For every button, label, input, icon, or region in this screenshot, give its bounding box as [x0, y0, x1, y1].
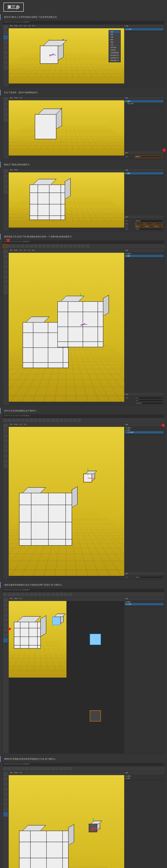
tool-move[interactable] [3, 30, 8, 35]
left-toolbar [3, 96, 9, 159]
size-y[interactable]: 200 cm [144, 225, 154, 227]
screenshot-6: CINEMA 4D R17.032 Studio (RC1) 透视视图模式 视图… [3, 589, 164, 753]
step-title: 第三步 [3, 3, 24, 12]
count-x[interactable]: 3 [135, 223, 144, 225]
menu-display[interactable]: 显示 [20, 25, 22, 28]
app-title-bar: CINEMA 4D R17.032 Studio (RC1) 透视视图模式 [3, 21, 164, 24]
menu-filter[interactable]: 过滤 [28, 25, 31, 28]
face-mode-tool[interactable] [3, 638, 8, 643]
object-tree[interactable]: 立方体 [124, 27, 164, 31]
tree-cube[interactable]: 立方体 [125, 28, 164, 30]
viewport[interactable]: 视图摄像机显示选项 [9, 423, 124, 579]
tool-scale[interactable] [3, 40, 8, 45]
size-z[interactable]: 200 cm [154, 225, 163, 227]
viewport[interactable]: 视图摄像机显示 [9, 771, 124, 868]
tool-model[interactable] [3, 117, 8, 122]
dropdown-mospline[interactable]: 运动样条 [109, 49, 120, 51]
tool-point[interactable] [3, 55, 8, 60]
clone-grid-3x3[interactable] [30, 185, 65, 220]
menu-options[interactable]: 选项 [24, 25, 26, 28]
dropdown-tracer[interactable]: 追踪对象 [109, 46, 120, 49]
count-y[interactable]: 3 [144, 223, 154, 225]
tree-cube-sel[interactable]: 立方体 [125, 431, 164, 433]
tool-select[interactable] [3, 97, 8, 102]
menu-camera[interactable]: 摄像机 [14, 25, 18, 28]
viewport[interactable]: 视图摄像机显示 [9, 96, 124, 159]
dropdown-instance[interactable]: 实例 [109, 41, 120, 43]
screenshot-5: CINEMA 4D R17.032 Studio (RC1) 透视视图模式 视图… [3, 414, 164, 580]
tree-clone[interactable]: 克隆 [125, 255, 164, 257]
tool-move[interactable] [3, 102, 8, 107]
drag-arrow-head [90, 827, 94, 830]
tool-select[interactable] [3, 25, 8, 30]
tree-clone[interactable]: 克隆 [125, 100, 164, 102]
mograph-dropdown[interactable]: 克隆 矩阵 分裂 破碎 实例 文本 追踪对象 运动样条 运动图形选集 线性克隆工… [109, 30, 121, 62]
cube-object[interactable] [40, 45, 58, 64]
dropdown-matrix[interactable]: 矩阵 [109, 33, 120, 36]
cube-stretched[interactable] [35, 114, 56, 139]
viewport-quad[interactable]: 视图摄像机显示 [9, 597, 124, 753]
tool-face[interactable] [3, 65, 8, 70]
right-panel: 对象 立方体 [124, 25, 164, 87]
dropdown-clone[interactable]: 克隆 [109, 31, 120, 33]
gizmo-y-axis[interactable] [49, 39, 50, 46]
callout-arrow-tree [159, 423, 164, 427]
screenshot-1: CINEMA 4D R17.032 Studio (RC1) 透视视图模式 视图… [3, 21, 164, 87]
dropdown-linear[interactable]: 线性克隆工具 [109, 54, 120, 57]
viewport[interactable]: 视图摄像机显示选项过滤面板 [9, 249, 124, 405]
step-5-label: 选中立方体,按快捷键Q,如下图所示。 [0, 408, 167, 414]
step-3-label: 修改以下数值,效果如图所示。 [0, 162, 167, 167]
gizmo-x[interactable] [80, 324, 87, 325]
visibility-dot[interactable] [126, 29, 127, 30]
tool-axis[interactable] [3, 50, 8, 55]
tool-scale[interactable] [3, 112, 8, 117]
screenshot-7: CINEMA 4D R17.032 Studio (RC1) 透视视图模式 视图… [3, 763, 164, 868]
tree-cube-child[interactable]: 立方体 [125, 102, 164, 105]
dropdown-fracture[interactable]: 分裂 [109, 36, 120, 38]
menu-panel[interactable]: 面板 [32, 25, 35, 28]
callout-arrow [160, 148, 165, 152]
step-1-label: 按住ALT键,在上方菜单选择运动图形,下拉菜单找克隆点击。 [0, 14, 167, 20]
clone-copy[interactable] [57, 301, 103, 347]
screenshot-3: 视图摄像机 对象 克隆 属性 模式网格排列 数量 3 3 1 尺寸 200 cm… [3, 168, 164, 231]
tool-model[interactable] [3, 45, 8, 50]
screenshot-2: 视图摄像机显示 对象 克隆 立方体 属性 模式网格排列 [3, 96, 164, 159]
tool-edge[interactable] [3, 60, 8, 65]
callout-arrow-face [8, 627, 14, 631]
right-panel: 对象 克隆 立方体 属性 模式网格排列 [124, 96, 164, 159]
clone-grid[interactable] [19, 493, 72, 546]
viewport[interactable]: 视图 摄像机 显示 选项 过滤 面板 克隆 矩阵 分裂 破碎 实例 文本 追踪对… [9, 25, 124, 87]
screenshot-4: CINEMA 4D R17.032 Studio (RC1) 透视视图模式 视图… [3, 241, 164, 405]
step-7-label: 调整到正常视图,把黑色材质球拖拽到立方体,如下图所示。 [0, 756, 167, 762]
front-view-face[interactable] [90, 710, 101, 721]
top-toolbar [3, 244, 164, 249]
step-4-label: 使用选择工具,按住CTRL键,拖拽蓝色箭头复制一个克隆对象,效果如图所示。 [0, 234, 167, 240]
step-6-label: 选择左侧菜单的面模式,把立方体的前后两个面选中,如下图所示。 [0, 582, 167, 588]
tool-rotate[interactable] [3, 107, 8, 112]
callout-arrow-tool [6, 239, 10, 245]
select-tool-hl[interactable] [3, 244, 7, 248]
size-x[interactable]: 200 cm [135, 225, 144, 227]
dropdown-break[interactable]: 破碎 [109, 38, 120, 41]
viewport-menu: 视图 摄像机 显示 选项 过滤 面板 [9, 25, 124, 28]
top-view-face[interactable] [90, 634, 101, 645]
gizmo-x-axis[interactable] [49, 55, 56, 55]
tree-clone1[interactable]: 克隆.1 [125, 253, 164, 255]
menu-view[interactable]: 视图 [10, 25, 12, 28]
left-toolbar [3, 25, 9, 87]
viewport[interactable]: 视图摄像机 [9, 168, 124, 231]
cube-face-selected[interactable] [52, 617, 61, 625]
objects-header: 对象 [124, 25, 164, 27]
dropdown-grid[interactable]: 网格克隆工具 [109, 59, 120, 62]
dropdown-text[interactable]: 文本 [109, 43, 120, 46]
dropdown-selection[interactable]: 运动图形选集 [109, 51, 120, 54]
gizmo-y[interactable] [80, 293, 81, 300]
clone-grid[interactable] [19, 831, 68, 868]
cube-isolated[interactable] [84, 474, 92, 482]
dropdown-radial[interactable]: 放射克隆工具 [109, 57, 120, 59]
mode-dropdown[interactable]: 网格排列 [135, 156, 163, 158]
tool-rotate[interactable] [3, 35, 8, 40]
count-z[interactable]: 1 [154, 223, 163, 225]
step-2-label: 在右下角菜单，模式中选择网格排列。 [0, 90, 167, 95]
